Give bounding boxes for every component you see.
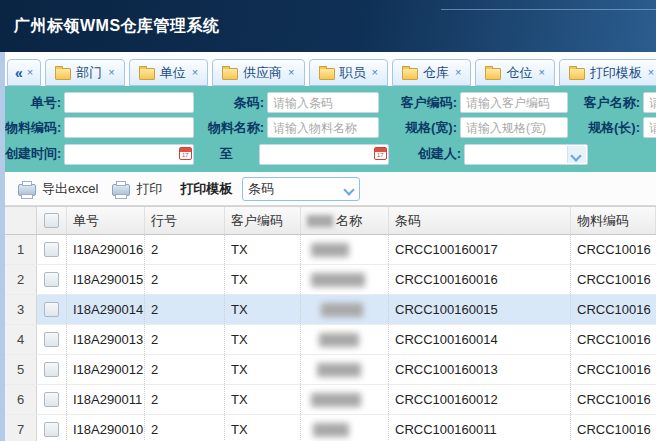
material-name-label: 物料名称: — [194, 119, 264, 137]
table-row[interactable]: 6 I18A290011 2 TX CRCC100160012 CRCC1001… — [5, 385, 656, 415]
cell-material-code: CRCC10016 — [571, 295, 656, 324]
date-from-input[interactable] — [64, 144, 194, 165]
printer-icon — [18, 184, 36, 196]
row-number: 6 — [5, 385, 37, 414]
redacted-text — [319, 333, 359, 347]
redacted-text — [311, 393, 361, 407]
cell-material-code: CRCC10016 — [571, 235, 656, 264]
date-to-input[interactable] — [259, 144, 389, 165]
cell-customer-code: TX — [225, 415, 301, 441]
close-icon[interactable]: × — [108, 67, 114, 78]
tab-staff[interactable]: 职员 × — [309, 59, 388, 86]
cell-material-code: CRCC10016 — [571, 325, 656, 354]
spec-width-input[interactable] — [460, 117, 568, 138]
tab-unit[interactable]: 单位 × — [129, 59, 208, 86]
table-row[interactable]: 2 I18A290015 2 TX CRCC100160016 CRCC1001… — [5, 265, 656, 295]
row-checkbox[interactable] — [44, 362, 59, 377]
cell-line: 2 — [145, 415, 225, 441]
close-icon[interactable]: × — [27, 67, 33, 78]
tab-print-template[interactable]: 打印模板 × — [559, 59, 656, 86]
cell-customer-code: TX — [225, 355, 301, 384]
row-number: 2 — [5, 265, 37, 294]
calendar-icon[interactable] — [179, 147, 192, 160]
close-icon[interactable]: × — [372, 67, 378, 78]
cell-barcode: CRCC100160015 — [389, 295, 571, 324]
search-row-1: 单号: 条码: 客户编码: 客户名称: — [5, 90, 656, 115]
spec-length-input[interactable] — [643, 117, 656, 138]
cell-customer-name — [301, 355, 389, 384]
close-icon[interactable]: × — [288, 67, 294, 78]
date-range-to-label: 至 — [196, 145, 256, 163]
cell-customer-code: TX — [225, 325, 301, 354]
redacted-text — [311, 273, 365, 287]
col-header-customer-code[interactable]: 客户编码 — [225, 207, 301, 234]
grid-toolbar: 导出excel 打印 打印模板 条码 — [5, 172, 656, 206]
cell-line: 2 — [145, 295, 225, 324]
row-number: 1 — [5, 235, 37, 264]
table-row-selected[interactable]: 3 I18A290014 2 TX CRCC100160015 CRCC1001… — [5, 295, 656, 325]
close-icon[interactable]: × — [538, 67, 544, 78]
row-checkbox[interactable] — [44, 422, 59, 437]
cell-order: I18A290010 — [67, 415, 145, 441]
cell-customer-name — [301, 325, 389, 354]
customer-name-input[interactable] — [643, 92, 656, 113]
material-code-input[interactable] — [64, 117, 194, 138]
folder-icon — [569, 68, 585, 80]
spec-width-label: 规格(宽): — [379, 119, 457, 137]
row-checkbox[interactable] — [44, 332, 59, 347]
row-checkbox[interactable] — [44, 302, 59, 317]
customer-code-input[interactable] — [460, 92, 568, 113]
print-template-select[interactable]: 条码 — [242, 177, 360, 201]
row-number: 5 — [5, 355, 37, 384]
cell-order: I18A290016 — [67, 235, 145, 264]
tab-storage-location[interactable]: 仓位 × — [475, 59, 554, 86]
chevron-down-icon[interactable] — [567, 146, 586, 163]
print-label: 打印 — [136, 180, 162, 198]
col-header-line[interactable]: 行号 — [145, 207, 225, 234]
close-icon[interactable]: × — [192, 67, 198, 78]
cell-customer-code: TX — [225, 265, 301, 294]
tab-department[interactable]: 部门 × — [45, 59, 124, 86]
export-excel-button[interactable]: 导出excel — [18, 180, 104, 198]
creator-label: 创建人: — [391, 145, 461, 163]
select-all-cell — [37, 207, 67, 234]
tab-collapse[interactable]: « × — [7, 59, 41, 86]
col-header-customer-name[interactable]: 名称 — [301, 207, 389, 234]
folder-icon — [222, 68, 238, 80]
cell-line: 2 — [145, 235, 225, 264]
col-header-order[interactable]: 单号 — [67, 207, 145, 234]
row-checkbox[interactable] — [44, 272, 59, 287]
tab-label: 仓库 — [423, 64, 449, 82]
material-name-input[interactable] — [267, 117, 379, 138]
row-checkbox[interactable] — [44, 242, 59, 257]
cell-barcode: CRCC100160012 — [389, 385, 571, 414]
print-button[interactable]: 打印 — [112, 180, 168, 198]
cell-order: I18A290013 — [67, 325, 145, 354]
table-row[interactable]: 4 I18A290013 2 TX CRCC100160014 CRCC1001… — [5, 325, 656, 355]
cell-customer-code: TX — [225, 235, 301, 264]
tab-label: 部门 — [76, 64, 102, 82]
collapse-icon[interactable]: « — [15, 65, 23, 81]
table-row[interactable]: 1 I18A290016 2 TX CRCC100160017 CRCC1001… — [5, 235, 656, 265]
tab-supplier[interactable]: 供应商 × — [212, 59, 304, 86]
row-checkbox[interactable] — [44, 392, 59, 407]
table-row[interactable]: 7 I18A290010 2 TX CRCC100160011 CRCC1001… — [5, 415, 656, 441]
creator-select[interactable] — [464, 144, 588, 165]
printer-icon — [112, 184, 130, 196]
row-number: 7 — [5, 415, 37, 441]
calendar-icon[interactable] — [374, 147, 387, 160]
cell-customer-name — [301, 415, 389, 441]
close-icon[interactable]: × — [455, 67, 461, 78]
table-row[interactable]: 5 I18A290012 2 TX CRCC100160013 CRCC1001… — [5, 355, 656, 385]
search-row-3: 创建时间: 至 创建人: — [5, 140, 656, 168]
tab-warehouse[interactable]: 仓库 × — [392, 59, 471, 86]
barcode-input[interactable] — [267, 92, 379, 113]
page-title: 广州标领WMS仓库管理系统 — [14, 16, 220, 37]
select-all-checkbox[interactable] — [44, 213, 59, 228]
close-icon[interactable]: × — [648, 67, 654, 78]
order-no-input[interactable] — [64, 92, 194, 113]
folder-icon — [485, 68, 501, 80]
barcode-label: 条码: — [194, 94, 264, 112]
col-header-material-code[interactable]: 物料编码 — [571, 207, 656, 234]
col-header-barcode[interactable]: 条码 — [389, 207, 571, 234]
